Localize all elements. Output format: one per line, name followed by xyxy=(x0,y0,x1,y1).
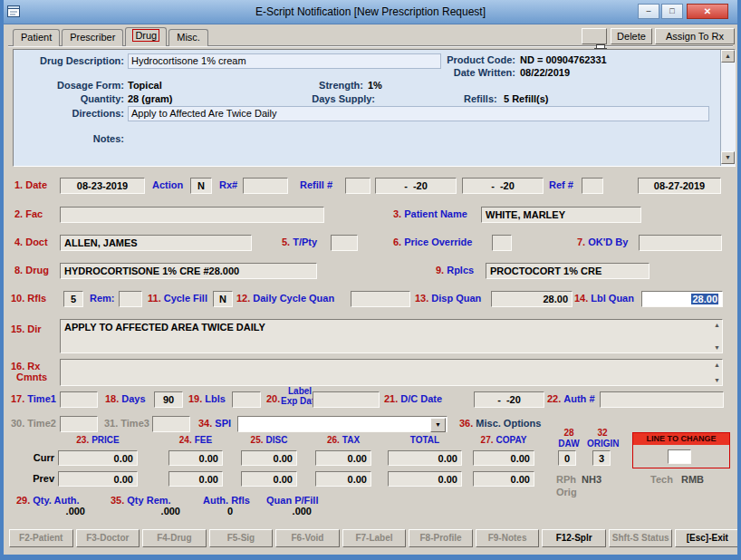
scroll-up-icon[interactable]: ▲ xyxy=(721,50,735,63)
curr-disc-field[interactable]: 0.00 xyxy=(241,450,297,466)
rx-number-field[interactable] xyxy=(243,178,288,194)
auth-rfls-value: 0 xyxy=(207,506,253,517)
curr-tax-field[interactable]: 0.00 xyxy=(315,450,371,466)
f5-sig-button[interactable]: F5-Sig xyxy=(209,529,274,547)
refill-number-field[interactable] xyxy=(345,178,370,194)
rem-field[interactable] xyxy=(119,291,142,307)
rplcs-field[interactable]: PROCTOCORT 1% CRE xyxy=(486,263,650,279)
f6-void-button[interactable]: F6-Void xyxy=(275,529,340,547)
rmb-label: RMB xyxy=(681,474,704,485)
rx-cmnts-field[interactable] xyxy=(60,359,723,386)
prev-copay-field[interactable]: 0.00 xyxy=(473,471,534,487)
blank-date-field-2[interactable]: - -20 xyxy=(462,178,544,194)
cycle-fill-field[interactable]: N xyxy=(213,291,233,307)
prev-price-field[interactable]: 0.00 xyxy=(58,471,138,487)
patient-name-field[interactable]: WHITE, MARLEY xyxy=(481,207,641,223)
product-code-value: ND = 00904762331 xyxy=(520,54,607,65)
curr-fee-field[interactable]: 0.00 xyxy=(168,450,223,466)
line-to-change-field[interactable] xyxy=(668,449,691,464)
dir-scroll-down-icon[interactable]: ▼ xyxy=(714,344,720,352)
daily-cycle-quan-label: 12.Daily Cycle Quan xyxy=(236,293,334,304)
dc-date-field[interactable]: - -20 xyxy=(474,391,544,408)
copay-header: 27.COPAY xyxy=(466,435,542,445)
line-to-change-label: LINE TO CHANGE xyxy=(633,433,729,445)
patient-name-label: 3.Patient Name xyxy=(393,208,467,219)
close-button[interactable]: ✕ xyxy=(687,4,728,19)
rfls-field[interactable]: 5 xyxy=(63,291,83,307)
f7-label-button[interactable]: F7-Label xyxy=(342,529,407,547)
scroll-down-icon[interactable]: ▼ xyxy=(721,151,735,164)
curr-price-field[interactable]: 0.00 xyxy=(58,450,138,466)
tab-misc[interactable]: Misc. xyxy=(168,29,208,46)
date-field[interactable]: 08-23-2019 xyxy=(60,178,145,194)
assign-to-rx-button[interactable]: Assign To Rx xyxy=(655,28,735,44)
tab-drug[interactable]: Drug xyxy=(125,27,167,46)
minimize-button[interactable]: – xyxy=(638,4,659,19)
auth-number-field[interactable] xyxy=(600,391,724,408)
rx-cmnts-scroll-up-icon[interactable]: ▲ xyxy=(714,362,720,369)
daw-field[interactable]: 0 xyxy=(558,450,576,466)
okd-by-field[interactable] xyxy=(639,235,722,251)
prev-disc-field[interactable]: 0.00 xyxy=(241,471,297,487)
print-button[interactable] xyxy=(582,28,607,44)
days-label: 18.Days xyxy=(105,393,146,404)
drug-field[interactable]: HYDROCORTISONE 1% CRE #28.000 xyxy=(60,263,317,279)
daily-cycle-quan-field[interactable] xyxy=(351,291,410,307)
prev-fee-field[interactable]: 0.00 xyxy=(168,471,223,487)
notes-label: Notes: xyxy=(15,133,124,144)
esc-exit-button[interactable]: [Esc]-Exit xyxy=(675,529,739,547)
f2-patient-button[interactable]: F2-Patient xyxy=(9,529,73,547)
curr-total-field[interactable]: 0.00 xyxy=(388,450,462,466)
window-title: E-Script Notification [New Prescription … xyxy=(0,0,741,24)
curr-copay-field[interactable]: 0.00 xyxy=(473,450,534,466)
disp-quan-field[interactable]: 28.00 xyxy=(491,291,573,307)
tpty-field[interactable] xyxy=(331,235,358,251)
f4-drug-button[interactable]: F4-Drug xyxy=(142,529,207,547)
spi-dropdown-arrow-icon[interactable]: ▼ xyxy=(430,418,446,432)
label-exp-date-field[interactable] xyxy=(313,391,380,408)
corner-date-field[interactable]: 08-27-2019 xyxy=(638,178,721,194)
f9-notes-button[interactable]: F9-Notes xyxy=(476,529,540,547)
time3-field xyxy=(152,416,190,432)
price-override-field[interactable] xyxy=(492,235,512,251)
rx-cmnts-scroll-down-icon[interactable]: ▼ xyxy=(714,377,720,384)
f3-doctor-button[interactable]: F3-Doctor xyxy=(76,529,140,547)
tab-bar: Patient Prescriber Drug Misc. xyxy=(13,28,210,46)
action-field[interactable]: N xyxy=(190,178,212,194)
origin-field[interactable]: 3 xyxy=(592,450,611,466)
f12-splr-button[interactable]: F12-Splr xyxy=(542,529,606,547)
tab-misc-label: Misc. xyxy=(177,32,200,43)
curr-label: Curr xyxy=(18,452,54,463)
dir-scroll-up-icon[interactable]: ▲ xyxy=(714,322,720,329)
tab-prescriber[interactable]: Prescriber xyxy=(62,29,123,46)
f8-profile-button[interactable]: F8-Profile xyxy=(409,529,473,547)
shft-s-status-button[interactable]: Shft-S Status xyxy=(609,529,673,547)
lbls-field[interactable] xyxy=(232,391,261,408)
spi-dropdown[interactable]: ▼ xyxy=(237,416,447,432)
doct-field[interactable]: ALLEN, JAMES xyxy=(60,235,252,251)
ref-number-field[interactable] xyxy=(582,178,603,194)
rfls-label: 10.Rfls xyxy=(11,293,46,304)
function-key-bar: F2-Patient F3-Doctor F4-Drug F5-Sig F6-V… xyxy=(9,529,739,547)
date-field-num: 1. xyxy=(14,179,23,190)
blank-date-field-1[interactable]: - -20 xyxy=(375,178,457,194)
delete-button[interactable]: Delete xyxy=(611,28,652,44)
okd-by-label: 7.OK'D By xyxy=(577,237,628,247)
lbl-quan-field[interactable]: 28.00 xyxy=(641,291,723,307)
summary-scrollbar[interactable]: ▲ ▼ xyxy=(720,50,736,166)
time1-field[interactable] xyxy=(60,391,98,408)
fac-field[interactable] xyxy=(60,207,324,223)
label-exp-date-num: 20. xyxy=(266,393,280,404)
maximize-button[interactable]: □ xyxy=(661,4,683,19)
prev-total-field[interactable]: 0.00 xyxy=(388,471,462,487)
prev-tax-field[interactable]: 0.00 xyxy=(315,471,371,487)
tab-patient[interactable]: Patient xyxy=(13,29,60,46)
action-label: Action xyxy=(152,179,183,190)
rplcs-label: 9.Rplcs xyxy=(436,265,474,275)
refills-value: 5 Refill(s) xyxy=(504,93,549,104)
lbl-quan-label: 14.Lbl Quan xyxy=(574,293,634,304)
days-field[interactable]: 90 xyxy=(154,391,183,408)
directions-value[interactable]: Apply to Affected Are Twice Daily xyxy=(128,106,709,121)
dir-field[interactable]: APPLY TO AFFECTED AREA TWICE DAILY xyxy=(60,319,723,353)
drug-description-value[interactable]: Hydrocortisone 1% cream xyxy=(128,53,441,69)
